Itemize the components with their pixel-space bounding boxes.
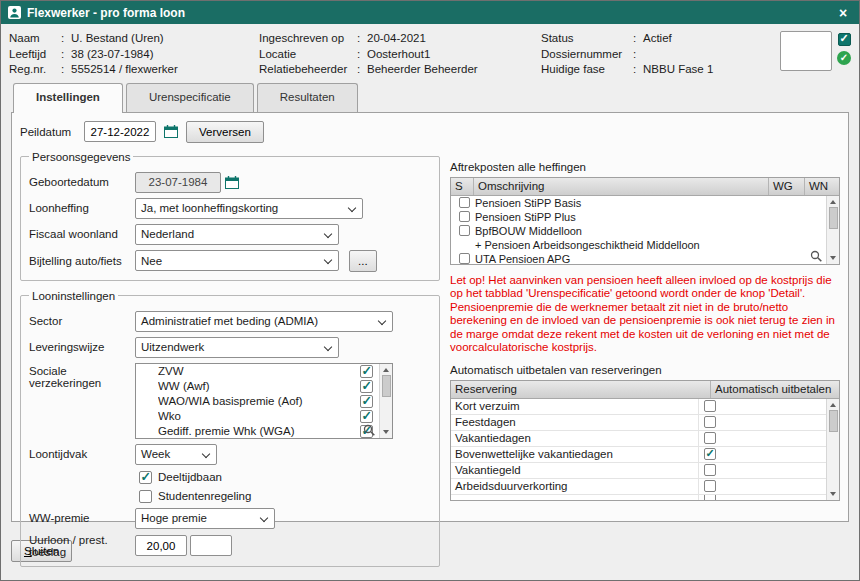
scroll-down-icon[interactable] bbox=[830, 256, 836, 260]
sector-value: Administratief met beding (ADMIA) bbox=[141, 315, 318, 327]
checkbox[interactable] bbox=[704, 448, 716, 460]
chevron-down-icon bbox=[324, 342, 332, 350]
scrollbar-thumb[interactable] bbox=[829, 207, 838, 229]
loontijdvak-value: Week bbox=[141, 448, 170, 460]
naam-label: Naam bbox=[9, 31, 61, 47]
scroll-up-icon[interactable] bbox=[830, 200, 836, 204]
table-row[interactable] bbox=[451, 495, 826, 500]
huidige-fase-label: Huidige fase bbox=[541, 62, 633, 78]
reserveringen-table: Reservering Automatisch uitbetalen Kort … bbox=[450, 380, 840, 501]
scrollbar[interactable] bbox=[826, 196, 839, 264]
prestatie-toeslag-input[interactable] bbox=[190, 535, 232, 556]
checkbox[interactable] bbox=[360, 410, 373, 423]
column-header-reservering[interactable]: Reservering bbox=[451, 381, 711, 398]
reserveringen-rows: Kort verzuim Feestdagen Vakantiedagen bbox=[451, 399, 826, 500]
geboortedatum-input bbox=[135, 172, 221, 193]
fiscaal-woonland-select[interactable]: Nederland bbox=[135, 224, 339, 245]
table-row[interactable]: Vakantiedagen bbox=[451, 431, 826, 447]
checkbox[interactable] bbox=[459, 197, 470, 208]
magnifier-icon[interactable] bbox=[810, 250, 823, 263]
tab-instellingen[interactable]: Instellingen bbox=[13, 83, 123, 113]
column-header-automatisch-uitbetalen[interactable]: Automatisch uitbetalen bbox=[711, 381, 839, 398]
scroll-down-icon[interactable] bbox=[383, 430, 389, 434]
ww-premie-label: WW-premie bbox=[29, 512, 135, 524]
checkbox[interactable] bbox=[459, 225, 470, 236]
checkbox[interactable] bbox=[704, 464, 716, 476]
list-item[interactable]: ZVW bbox=[136, 364, 379, 379]
table-row[interactable]: + Pensioen Arbeidsongeschiktheid Middell… bbox=[451, 238, 826, 252]
uurloon-input[interactable] bbox=[135, 535, 187, 556]
peildatum-input[interactable] bbox=[84, 121, 156, 142]
list-item[interactable]: Gediff. premie Whk (WGA) bbox=[136, 424, 379, 438]
loontijdvak-label: Loontijdvak bbox=[29, 448, 135, 460]
studentenregeling-checkbox[interactable] bbox=[139, 490, 152, 503]
table-row[interactable]: BpfBOUW Middelloon bbox=[451, 224, 826, 238]
checkbox[interactable] bbox=[704, 495, 716, 500]
ww-premie-select[interactable]: Hoge premie bbox=[135, 508, 275, 529]
deeltijdbaan-checkbox[interactable] bbox=[139, 471, 152, 484]
table-row[interactable]: Pensioen StiPP Plus bbox=[451, 210, 826, 224]
persoonsgegevens-title: Persoonsgegevens bbox=[29, 151, 133, 163]
scroll-down-icon[interactable] bbox=[830, 492, 836, 496]
sector-select[interactable]: Administratief met beding (ADMIA) bbox=[135, 311, 393, 332]
checkbox[interactable] bbox=[704, 416, 716, 428]
bijtelling-select[interactable]: Nee bbox=[135, 250, 339, 271]
verversen-button[interactable]: Verversen bbox=[186, 121, 264, 143]
checkbox[interactable] bbox=[704, 480, 716, 492]
table-row[interactable]: Bovenwettelijke vakantiedagen bbox=[451, 447, 826, 463]
info-row-leeftijd: Leeftijd:38 (23-07-1984) bbox=[9, 47, 259, 63]
calendar-icon[interactable] bbox=[160, 121, 182, 142]
column-header-wn[interactable]: WN bbox=[805, 178, 839, 195]
huidige-fase-value: NBBU Fase 1 bbox=[643, 62, 713, 78]
info-row-ingeschreven: Ingeschreven op:20-04-2021 bbox=[259, 31, 541, 47]
naam-value: U. Bestand (Uren) bbox=[71, 31, 164, 47]
tab-resultaten[interactable]: Resultaten bbox=[257, 83, 358, 112]
column-header-s[interactable]: S bbox=[451, 178, 474, 195]
checkbox[interactable] bbox=[704, 432, 716, 444]
flexwerker-info-header: Naam:U. Bestand (Uren) Leeftijd:38 (23-0… bbox=[1, 24, 859, 82]
checkbox[interactable] bbox=[360, 365, 373, 378]
reserveringen-title: Automatisch uitbetalen van reserveringen bbox=[450, 364, 840, 376]
calendar-icon[interactable] bbox=[221, 172, 243, 193]
checkbox[interactable] bbox=[459, 211, 470, 222]
loonheffing-label: Loonheffing bbox=[29, 202, 135, 214]
close-icon[interactable]: × bbox=[834, 4, 852, 22]
list-item[interactable]: WAO/WIA basispremie (Aof) bbox=[136, 394, 379, 409]
sociale-verzekeringen-label: Sociale verzekeringen bbox=[29, 363, 135, 389]
checkbox[interactable] bbox=[459, 253, 470, 264]
leveringswijze-label: Leveringswijze bbox=[29, 341, 135, 353]
column-header-omschrijving[interactable]: Omschrijving bbox=[474, 178, 769, 195]
table-row[interactable]: Kort verzuim bbox=[451, 399, 826, 415]
magnifier-icon[interactable] bbox=[363, 424, 376, 437]
scrollbar[interactable] bbox=[826, 399, 839, 500]
sector-label: Sector bbox=[29, 315, 135, 327]
title-bar[interactable]: Flexwerker - pro forma loon × bbox=[1, 1, 859, 24]
scrollbar-thumb[interactable] bbox=[829, 410, 838, 432]
list-item[interactable]: Wko bbox=[136, 409, 379, 424]
list-item[interactable]: WW (Awf) bbox=[136, 379, 379, 394]
table-row[interactable]: Feestdagen bbox=[451, 415, 826, 431]
tab-urenspecificatie[interactable]: Urenspecificatie bbox=[126, 83, 254, 112]
header-status-checkbox[interactable] bbox=[838, 33, 851, 46]
header-flags: ✓ bbox=[837, 31, 851, 65]
checkbox[interactable] bbox=[360, 380, 373, 393]
table-row[interactable]: Vakantiegeld bbox=[451, 463, 826, 479]
loonheffing-select[interactable]: Ja, met loonheffingskorting bbox=[135, 198, 363, 219]
table-row[interactable]: Arbeidsduurverkorting bbox=[451, 479, 826, 495]
fiscaal-woonland-value: Nederland bbox=[141, 228, 194, 240]
checkbox[interactable] bbox=[360, 395, 373, 408]
table-row[interactable]: Pensioen StiPP Basis bbox=[451, 196, 826, 210]
table-row[interactable]: UTA Pensioen APG bbox=[451, 252, 826, 264]
scroll-up-icon[interactable] bbox=[383, 368, 389, 372]
leveringswijze-value: Uitzendwerk bbox=[141, 341, 204, 353]
column-header-wg[interactable]: WG bbox=[769, 178, 805, 195]
scrollbar[interactable] bbox=[379, 364, 392, 438]
scrollbar-thumb[interactable] bbox=[382, 375, 391, 397]
loontijdvak-select[interactable]: Week bbox=[135, 444, 217, 465]
scroll-up-icon[interactable] bbox=[830, 403, 836, 407]
leveringswijze-select[interactable]: Uitzendwerk bbox=[135, 337, 339, 358]
reserveringen-body: Kort verzuim Feestdagen Vakantiedagen bbox=[451, 399, 839, 500]
relatiebeheerder-label: Relatiebeheerder bbox=[259, 62, 357, 78]
checkbox[interactable] bbox=[704, 400, 716, 412]
bijtelling-more-button[interactable]: ... bbox=[349, 250, 377, 272]
